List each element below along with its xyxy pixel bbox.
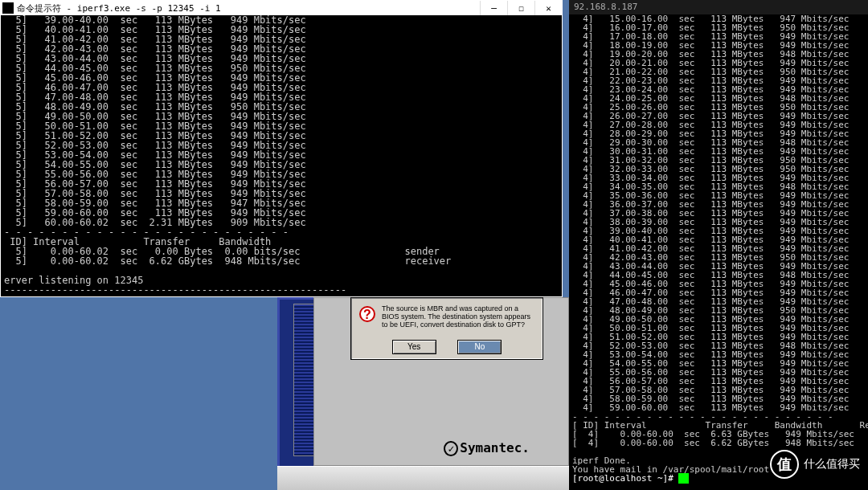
left-terminal[interactable]: 5] 39.00-40.00 sec 113 MBytes 949 Mbits/… — [1, 15, 562, 298]
convert-disk-dialog: ? The source is MBR and was captured on … — [350, 297, 543, 360]
cmd-icon — [2, 2, 14, 14]
right-title: 92.168.8.187 — [569, 0, 868, 14]
close-button[interactable]: ✕ — [534, 1, 562, 15]
watermark-icon: 值 — [770, 450, 799, 479]
left-title: 命令提示符 - iperf3.exe -s -p 12345 -i 1 — [17, 2, 480, 14]
right-terminal[interactable]: 4] 15.00-16.00 sec 113 MBytes 947 Mbits/… — [569, 14, 868, 486]
left-titlebar[interactable]: 命令提示符 - iperf3.exe -s -p 12345 -i 1 ─ ☐ … — [1, 1, 562, 15]
cmd-window-left: 命令提示符 - iperf3.exe -s -p 12345 -i 1 ─ ☐ … — [0, 0, 563, 297]
ssh-window-right: 92.168.8.187 4] 15.00-16.00 sec 113 MByt… — [569, 0, 868, 490]
dialog-no-button[interactable]: No — [457, 340, 502, 354]
question-icon: ? — [359, 306, 375, 322]
maximize-button[interactable]: ☐ — [507, 1, 534, 15]
watermark-text: 什么值得买 — [804, 457, 860, 472]
minimize-button[interactable]: ─ — [480, 1, 507, 15]
watermark: 值 什么值得买 — [770, 450, 860, 479]
dialog-message: The source is MBR and was captured on a … — [382, 304, 536, 329]
taskbar[interactable] — [277, 466, 569, 490]
symantec-logo: Symantec. — [444, 440, 530, 455]
dialog-yes-button[interactable]: Yes — [392, 340, 436, 354]
